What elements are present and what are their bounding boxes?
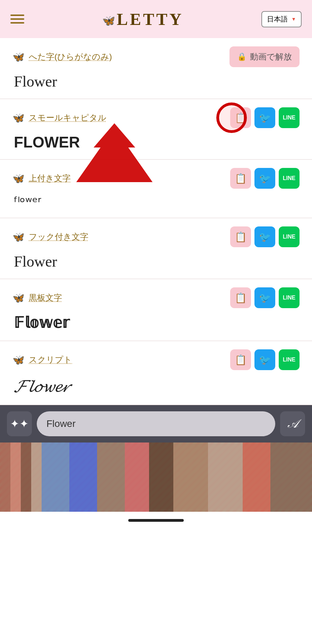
font-row-script: 🦋 スクリプト 📋 🐦 LINE 𝓕𝓵𝓸𝔀𝓮𝓻 xyxy=(0,341,312,405)
text-input[interactable] xyxy=(37,411,275,436)
sparkle-button[interactable]: ✦✦ xyxy=(7,411,32,436)
twitter-icon: 🐦 xyxy=(259,112,271,124)
row-header-small-caps: 🦋 スモールキャピタル 📋 🐦 LINE xyxy=(12,107,300,128)
font-row-small-caps: 🦋 スモールキャピタル 📋 🐦 LINE xyxy=(0,99,312,160)
butterfly-icon-heta: 🦋 xyxy=(12,51,25,63)
twitter-button-blackboard[interactable]: 🐦 xyxy=(254,287,275,308)
lock-icon: 🔒 xyxy=(237,52,246,61)
row-header-script: 🦋 スクリプト 📋 🐦 LINE xyxy=(12,349,300,370)
font-title-blackboard: 🦋 黒板文字 xyxy=(12,292,62,304)
twitter-icon: 🐦 xyxy=(259,354,271,366)
row-header-hooked: 🦋 フック付き文字 📋 🐦 LINE xyxy=(12,226,300,247)
home-indicator xyxy=(0,512,312,529)
dropdown-arrow-icon: ▼ xyxy=(291,16,296,22)
font-style-icon: 𝒜 xyxy=(288,417,298,431)
font-title-heta: 🦋 へた字(ひらがなのみ) xyxy=(12,51,112,63)
line-button-script[interactable]: LINE xyxy=(279,349,300,370)
font-preview-small-caps: FLOWER xyxy=(12,134,300,151)
butterfly-icon-script: 🦋 xyxy=(12,354,25,366)
font-row-hooked: 🦋 フック付き文字 📋 🐦 LINE Flower xyxy=(0,218,312,279)
line-button-superscript[interactable]: LINE xyxy=(279,168,300,189)
twitter-button-small-caps[interactable]: 🐦 xyxy=(254,107,275,128)
twitter-button-hooked[interactable]: 🐦 xyxy=(254,226,275,247)
copy-icon: 📋 xyxy=(235,292,247,304)
copy-icon: 📋 xyxy=(235,173,247,184)
font-preview-superscript: ᶠˡᵒʷᵉʳ xyxy=(12,194,300,209)
copy-icon: 📋 xyxy=(235,231,247,243)
twitter-button-script[interactable]: 🐦 xyxy=(254,349,275,370)
font-row-superscript: 🦋 上付き文字 📋 🐦 LINE ᶠˡᵒʷᵉʳ xyxy=(0,160,312,218)
pixel-blur-overlay xyxy=(0,442,312,512)
twitter-icon: 🐦 xyxy=(259,292,271,304)
line-button-small-caps[interactable]: LINE xyxy=(279,107,300,128)
twitter-icon: 🐦 xyxy=(259,173,271,184)
line-button-hooked[interactable]: LINE xyxy=(279,226,300,247)
butterfly-icon-blackboard: 🦋 xyxy=(12,292,25,304)
line-icon: LINE xyxy=(283,295,295,301)
row-header-heta: 🦋 へた字(ひらがなのみ) 🔒 動画で解放 xyxy=(12,46,300,67)
font-title-small-caps: 🦋 スモールキャピタル xyxy=(12,112,106,124)
hamburger-menu[interactable] xyxy=(10,15,24,24)
font-title-script: 🦋 スクリプト xyxy=(12,354,72,366)
font-preview-heta: Flower xyxy=(12,73,300,90)
font-style-button[interactable]: 𝒜 xyxy=(280,411,305,436)
twitter-button-superscript[interactable]: 🐦 xyxy=(254,168,275,189)
butterfly-icon-hooked: 🦋 xyxy=(12,231,25,243)
font-title-hooked: 🦋 フック付き文字 xyxy=(12,231,88,243)
copy-icon: 📋 xyxy=(235,112,247,124)
row-header-blackboard: 🦋 黒板文字 📋 🐦 LINE xyxy=(12,287,300,308)
language-selector[interactable]: 日本語 ▼ xyxy=(261,11,302,27)
twitter-icon: 🐦 xyxy=(259,231,271,243)
font-list: 🦋 へた字(ひらがなのみ) 🔒 動画で解放 Flower 🦋 スモールキャピタル xyxy=(0,38,312,405)
butterfly-icon-superscript: 🦋 xyxy=(12,173,25,184)
unlock-button-heta[interactable]: 🔒 動画で解放 xyxy=(229,46,300,67)
font-title-superscript: 🦋 上付き文字 xyxy=(12,173,71,184)
font-row-blackboard: 🦋 黒板文字 📋 🐦 LINE 𝔽𝕝𝕠𝕨𝕖𝕣 xyxy=(0,279,312,341)
action-buttons-hooked: 📋 🐦 LINE xyxy=(230,226,300,247)
action-buttons-superscript: 📋 🐦 LINE xyxy=(230,168,300,189)
line-icon: LINE xyxy=(283,357,295,363)
action-buttons-small-caps: 📋 🐦 LINE xyxy=(230,107,300,128)
line-icon: LINE xyxy=(283,115,295,120)
action-buttons-blackboard: 📋 🐦 LINE xyxy=(230,287,300,308)
line-icon: LINE xyxy=(283,234,295,240)
header: 🦋 LETTY 日本語 ▼ xyxy=(0,0,312,38)
home-bar xyxy=(128,519,184,522)
sparkle-icon: ✦✦ xyxy=(10,417,29,430)
line-icon: LINE xyxy=(283,176,295,181)
font-row-heta: 🦋 へた字(ひらがなのみ) 🔒 動画で解放 Flower xyxy=(0,38,312,99)
copy-button-small-caps[interactable]: 📋 xyxy=(230,107,251,128)
pixel-banner-area xyxy=(0,442,312,512)
copy-icon: 📋 xyxy=(235,354,247,366)
font-preview-blackboard: 𝔽𝕝𝕠𝕨𝕖𝕣 xyxy=(12,314,300,332)
copy-button-superscript[interactable]: 📋 xyxy=(230,168,251,189)
copy-button-blackboard[interactable]: 📋 xyxy=(230,287,251,308)
font-preview-script: 𝓕𝓵𝓸𝔀𝓮𝓻 xyxy=(12,376,300,396)
copy-button-hooked[interactable]: 📋 xyxy=(230,226,251,247)
row-header-superscript: 🦋 上付き文字 📋 🐦 LINE xyxy=(12,168,300,189)
line-button-blackboard[interactable]: LINE xyxy=(279,287,300,308)
font-preview-hooked: Flower xyxy=(12,253,300,270)
app-container: 🦋 LETTY 日本語 ▼ 🦋 へた字(ひらがなのみ) 🔒 動画で解放 Fl xyxy=(0,0,312,529)
bottom-toolbar: ✦✦ 𝒜 xyxy=(0,405,312,442)
app-logo: 🦋 LETTY xyxy=(102,10,184,29)
action-buttons-script: 📋 🐦 LINE xyxy=(230,349,300,370)
butterfly-icon-small-caps: 🦋 xyxy=(12,112,25,124)
copy-button-script[interactable]: 📋 xyxy=(230,349,251,370)
